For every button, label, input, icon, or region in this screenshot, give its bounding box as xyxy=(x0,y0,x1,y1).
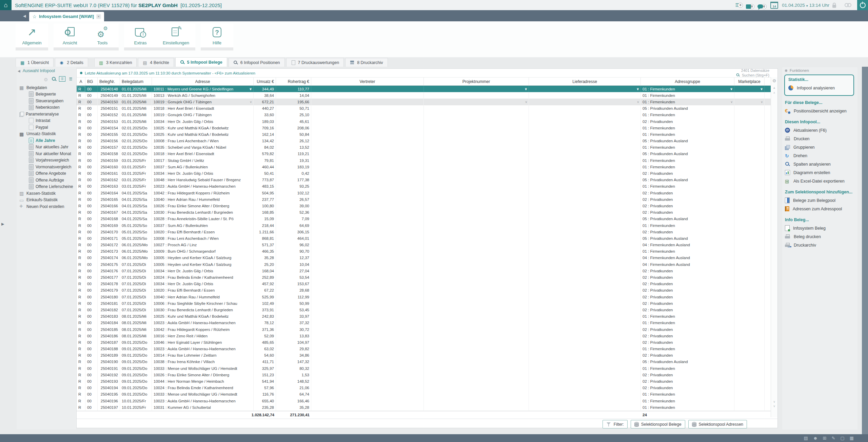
column-header[interactable]: Marketplace xyxy=(734,78,765,85)
window-tab-infosystem[interactable]: ☆ Infosystem Gesamt [WAWI] ✕ xyxy=(29,12,104,21)
table-row[interactable]: R 00 25040194 09.01.2025/Do 10024 : Frau… xyxy=(77,385,777,391)
table-row[interactable]: R 00 25040156 02.01.2025/Do 10008 : Frau… xyxy=(77,138,777,144)
table-row[interactable]: R 00 25040171 05.01.2025/So 10008 : Frau… xyxy=(77,235,777,241)
table-row[interactable]: R 00 25040186 08.01.2025/Mi 10016 : Herr… xyxy=(77,333,777,339)
column-header[interactable]: Vertreter xyxy=(311,78,424,85)
column-header[interactable]: BelegNr. xyxy=(98,78,120,85)
table-row[interactable]: R 00 25040175 07.01.2025/Di 10005 : Heyd… xyxy=(77,261,777,268)
status-bar-icon[interactable]: ⊞ xyxy=(823,434,827,442)
view-tab[interactable]: 3 Kennzahlen xyxy=(94,58,137,67)
function-item[interactable]: Infopool analysieren xyxy=(788,84,850,92)
table-row[interactable]: R 00 25040178 07.01.2025/Di 10034 : Herr… xyxy=(77,281,777,287)
table-row[interactable]: R 00 25040155 02.01.2025/Do 10025 : Kuhr… xyxy=(77,131,777,138)
table-row[interactable]: R 00 25040162 03.01.2025/Fr 10048 : Herr… xyxy=(77,177,777,183)
table-row[interactable]: R 00 25040195 09.01.2025/Do 10033 : Mens… xyxy=(77,391,777,398)
status-bar-icon[interactable]: ▦ xyxy=(850,434,854,442)
table-row[interactable]: R 00 25040179 07.01.2025/Di 10020 : Frau… xyxy=(77,287,777,294)
table-row[interactable]: R 00 25040181 07.01.2025/Di 10006 : Frau… xyxy=(77,300,777,307)
column-header[interactable]: Umsatz € xyxy=(254,78,276,85)
tree-item[interactable]: Offene Lieferscheine xyxy=(17,184,76,190)
table-row[interactable]: R 00 25040191 09.01.2025/Do 10033 : Mens… xyxy=(77,365,777,372)
table-row[interactable]: R 00 25040177 07.01.2025/Di 10024 : Frau… xyxy=(77,274,777,280)
tree-view-mode-icon[interactable] xyxy=(59,76,65,82)
panel-expand-arrow-icon[interactable]: ▶ xyxy=(1,222,4,226)
tasks-button[interactable]: 0 xyxy=(746,1,754,9)
tree-item[interactable]: Alle Jahre xyxy=(17,137,76,144)
tree-item[interactable]: Umsatz-Statistik xyxy=(17,131,76,138)
scroll-top-icon[interactable]: ▲ xyxy=(771,86,777,89)
function-item[interactable]: Positionsübersicht anzeigen xyxy=(785,107,854,115)
ribbon-button[interactable]: Einstellungen xyxy=(157,24,195,47)
tab-scroll-left-icon[interactable]: ◀ xyxy=(23,14,26,18)
column-header[interactable]: Lieferadresse xyxy=(529,78,641,85)
column-header[interactable]: A xyxy=(77,78,85,85)
table-row[interactable]: R 00 25040157 02.01.2025/Do 10035 : Sche… xyxy=(77,144,777,151)
view-tab[interactable]: 2 Details xyxy=(55,58,88,67)
table-row[interactable]: R 00 25040187 09.01.2025/Do 10046 : Herr… xyxy=(77,339,777,345)
view-tab[interactable]: 8 Druckarchiv xyxy=(345,58,388,67)
table-row[interactable]: R 00 25040169 05.01.2025/So 10037 : Sum … xyxy=(77,222,777,229)
logout-button[interactable] xyxy=(857,0,868,10)
table-row[interactable]: R 00 25040166 04.01.2025/Sa 10026 : Frau… xyxy=(77,203,777,209)
table-row[interactable]: R 00 25040197 10.01.2025/Fr 10031 : Kumm… xyxy=(77,404,777,411)
selektionspool-belege-button[interactable]: Selektionspool Belege xyxy=(631,420,685,428)
status-bar-icon[interactable]: ☻ xyxy=(813,434,818,442)
function-item[interactable]: Diagramm erstellen xyxy=(785,168,854,177)
tree-item[interactable]: Belegwerte xyxy=(17,91,76,98)
collapse-panel-icon[interactable]: ◀ xyxy=(18,69,20,73)
table-row[interactable]: R 00 25040153 01.01.2025/Mi 10034 : Herr… xyxy=(77,118,777,125)
ribbon-button[interactable]: Tools xyxy=(86,24,119,47)
view-tab[interactable]: 1 Übersicht xyxy=(16,58,54,67)
tree-item[interactable]: Neuen Pool erstellen xyxy=(17,203,76,210)
function-item[interactable]: Adressen zum Adresspool xyxy=(785,205,854,213)
table-row[interactable]: R 00 25040160 03.01.2025/Fr 10037 : Sum … xyxy=(77,164,777,170)
table-row[interactable]: R 00 25040149 01.01.2025/Mi 10013 : Werk… xyxy=(77,92,777,99)
search-link[interactable]: Suchen (Strg+F) xyxy=(735,72,769,78)
lock-icon[interactable] xyxy=(832,5,836,8)
status-bar-icon[interactable]: ▤ xyxy=(804,434,808,442)
ribbon-button[interactable]: Extras xyxy=(124,24,157,47)
table-row[interactable]: R 00 25040158 02.01.2025/Do 10018 : Herr… xyxy=(77,151,777,157)
table-row[interactable]: R 00 25040189 09.01.2025/Do 10014 : Frau… xyxy=(77,352,777,359)
grid-scrollbar[interactable]: ⚙ ▲ ▲ ∨∨ xyxy=(771,77,777,417)
tree-item[interactable]: Offene Aufträge xyxy=(17,177,76,184)
function-item[interactable]: Spalten analysieren xyxy=(785,160,854,168)
ribbon-button[interactable]: Allgemein xyxy=(16,24,48,47)
table-row[interactable]: R 00 25040188 09.01.2025/Do 10023 : Aukl… xyxy=(77,346,777,352)
view-tab[interactable]: 7 Druckauswertungen xyxy=(286,58,344,67)
tree-item[interactable]: Parameteranalyse xyxy=(17,111,76,118)
column-header[interactable]: Projektnummer xyxy=(424,78,529,85)
table-row[interactable]: R 00 25040167 04.01.2025/Sa 10030 : Frau… xyxy=(77,209,777,216)
table-row[interactable]: R 00 25040196 10.01.2025/Fr 10023 : Aukl… xyxy=(77,398,777,404)
table-row[interactable]: R 00 25040154 02.01.2025/Do 10025 : Kuhr… xyxy=(77,125,777,131)
function-item[interactable]: Aktualisieren (F6) xyxy=(785,126,854,134)
table-row[interactable]: R 00 25040190 09.01.2025/Do 10038 : Frau… xyxy=(77,359,777,365)
status-bar-icon[interactable]: ▢ xyxy=(840,434,844,442)
function-item[interactable]: Drehen xyxy=(785,151,854,160)
tree-item[interactable]: Belegdaten xyxy=(17,84,76,91)
close-tab-icon[interactable]: ✕ xyxy=(96,14,101,19)
table-row[interactable]: R 00 25040163 03.01.2025/Fr 10023 : Aukl… xyxy=(77,183,777,190)
table-row[interactable]: R 00 25040161 03.01.2025/Fr 10034 : Herr… xyxy=(77,170,777,176)
table-row[interactable]: R 00 25040172 06.01.2025/Mo 10027 : Pros… xyxy=(77,242,777,248)
tree-item[interactable]: Nur aktuelles Jahr xyxy=(17,144,76,151)
table-row[interactable]: R 00 25040182 07.01.2025/Di 10030 : Frau… xyxy=(77,307,777,313)
function-item[interactable]: Belege zum Belegpool xyxy=(785,196,854,205)
tree-item[interactable]: Offene Angebote xyxy=(17,170,76,177)
home-button[interactable]: ⌂ xyxy=(0,0,12,10)
notifications-list-button[interactable]: ☰ 0 xyxy=(735,0,743,10)
table-row[interactable]: R 00 25040184 08.01.2025/Mi 10023 : Aukl… xyxy=(77,320,777,326)
table-row[interactable]: R 00 25040180 07.01.2025/Di 10040 : Herr… xyxy=(77,294,777,300)
scroll-up-icon[interactable]: ▲ xyxy=(771,91,777,94)
tree-item[interactable]: Vorjahresvergleich xyxy=(17,157,76,164)
status-bar-icon[interactable]: ✎ xyxy=(832,434,835,442)
tree-view-mode-2-icon[interactable] xyxy=(68,77,74,81)
function-item[interactable]: Gruppieren xyxy=(785,143,854,151)
filter-button[interactable]: Filter: xyxy=(603,420,628,428)
view-tab[interactable]: 5 Infopool Belege xyxy=(175,57,227,67)
tree-item[interactable]: Nur aktueller Monat xyxy=(17,150,76,157)
table-row[interactable]: R 00 25040164 04.01.2025/Sa 10042 : Frau… xyxy=(77,190,777,196)
function-item[interactable]: Beleg drucken xyxy=(785,232,854,241)
tree-item[interactable]: Vormonatsvergleich xyxy=(17,164,76,170)
table-row[interactable]: R 00 25040170 05.01.2025/So 10020 : Frau… xyxy=(77,229,777,235)
